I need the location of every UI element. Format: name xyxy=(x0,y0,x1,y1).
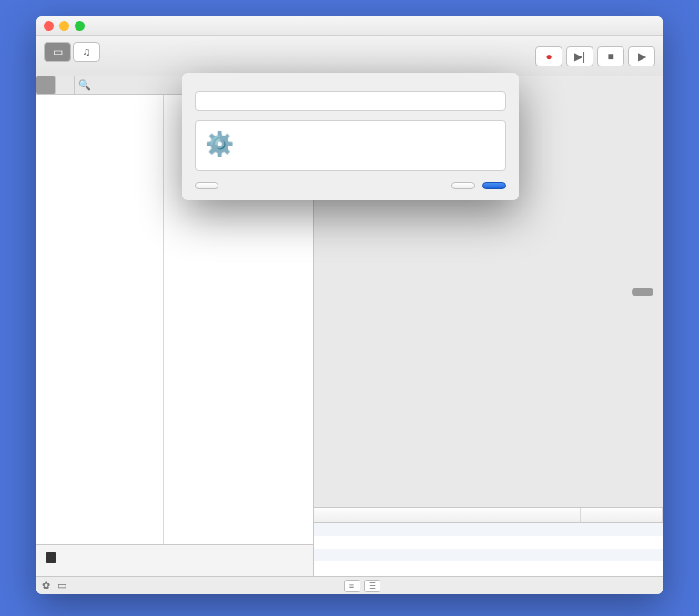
tab-actions[interactable] xyxy=(36,76,56,94)
view-flow[interactable]: ☰ xyxy=(364,580,380,592)
close-window[interactable] xyxy=(44,21,54,31)
drop-hint xyxy=(632,288,653,296)
gear-icon[interactable]: ✿ xyxy=(42,580,50,591)
choose-button[interactable] xyxy=(482,182,506,189)
open-existing-button[interactable] xyxy=(195,182,218,189)
minimize-window[interactable] xyxy=(59,21,69,31)
category-list[interactable] xyxy=(36,95,164,544)
record-button[interactable]: ● xyxy=(535,46,562,66)
run-button[interactable]: ▶ xyxy=(628,46,655,66)
titlebar xyxy=(36,16,663,36)
library-toggle[interactable]: ▭ xyxy=(44,42,71,62)
window-controls xyxy=(44,21,85,31)
zoom-window[interactable] xyxy=(75,21,85,31)
close-button[interactable] xyxy=(451,182,475,189)
stop-button[interactable]: ■ xyxy=(597,46,624,66)
action-info xyxy=(36,544,313,576)
tab-variables[interactable] xyxy=(56,76,75,94)
gear-icon: ⚙️ xyxy=(205,130,236,161)
status-bar: ✿ ▭ ≡ ☰ xyxy=(36,576,663,594)
new-document-sheet: ⚙️ xyxy=(182,73,519,200)
toolbar: ▭ ♫ ● ▶| ■ ▶ xyxy=(36,36,663,76)
search-icon: 🔍 xyxy=(78,79,91,91)
media-toggle[interactable]: ♫ xyxy=(73,42,100,62)
view-list[interactable]: ≡ xyxy=(344,580,360,592)
log-header xyxy=(314,507,663,523)
step-button[interactable]: ▶| xyxy=(566,46,593,66)
document-type-grid xyxy=(195,91,506,111)
type-description: ⚙️ xyxy=(195,120,506,171)
panel-icon[interactable]: ▭ xyxy=(57,580,66,591)
font-icon xyxy=(46,552,56,563)
log-body xyxy=(314,523,663,576)
